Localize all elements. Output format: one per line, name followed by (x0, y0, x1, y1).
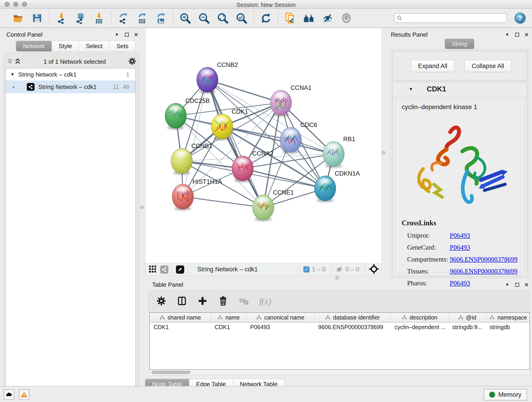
help-icon[interactable]: ? (515, 13, 526, 24)
collapse-triangle-icon[interactable]: ▼ (409, 87, 413, 92)
column-header-description[interactable]: description (391, 313, 449, 322)
close-panel-icon[interactable]: ✕ (524, 32, 529, 38)
grid-view-icon[interactable] (148, 265, 157, 274)
first-neighbors-icon[interactable] (303, 12, 315, 24)
table-cell[interactable]: CDK1 (150, 322, 211, 332)
table-cell[interactable]: P06493 (247, 322, 315, 332)
export-image-icon[interactable] (155, 12, 167, 24)
table-cell[interactable]: stringdb (486, 322, 530, 332)
collapse-all-button[interactable]: Collapse All (465, 60, 511, 72)
collapse-triangle-icon[interactable]: ▼ (10, 72, 15, 77)
panel-menu-icon[interactable]: ▼ (505, 32, 509, 37)
column-header-shared-name[interactable]: shared name (150, 313, 211, 322)
refresh-view-icon[interactable] (260, 12, 272, 24)
network-node-CCNA2[interactable] (232, 156, 253, 182)
column-header-canonical-name[interactable]: canonical name (247, 313, 315, 322)
table-cell[interactable]: CDK1 (211, 322, 247, 332)
column-header-namespace[interactable]: namespace (486, 313, 530, 322)
table-cell[interactable]: cyclin–dependent ... (391, 322, 449, 332)
tab-string[interactable]: String (445, 38, 475, 49)
network-options-gear-icon[interactable] (128, 57, 137, 66)
table-cell[interactable]: 9606.ENSP00000378699 (315, 322, 391, 332)
crosslink-link[interactable]: 9606.ENSP00000378699 (450, 268, 518, 275)
preview-eye-icon[interactable] (341, 12, 352, 24)
import-table-from-file-icon[interactable] (93, 12, 105, 24)
zoom-fit-content-icon[interactable] (217, 12, 229, 24)
panel-menu-icon[interactable]: ▼ (505, 282, 509, 287)
panel-menu-icon[interactable]: ▼ (115, 32, 119, 37)
network-edge[interactable] (207, 80, 263, 207)
network-edge[interactable] (183, 197, 263, 207)
crosslink-link[interactable]: 9606.ENSP00000378699 (450, 255, 518, 263)
table-cell[interactable]: stringdb:9... (449, 322, 486, 332)
clone-network-icon[interactable] (284, 12, 296, 24)
scrollbar-thumb[interactable] (152, 370, 190, 374)
selected-node-edge-counts: 1 – 0 (312, 266, 326, 273)
expand-all-networks-icon[interactable] (14, 57, 22, 66)
zoom-out-icon[interactable] (198, 12, 210, 24)
save-session-icon[interactable] (31, 12, 43, 24)
warning-status-icon[interactable] (19, 389, 29, 400)
tab-select[interactable]: Select (79, 41, 109, 51)
network-label: String Network – cdk1 (38, 83, 96, 90)
column-header-database-identifier[interactable]: database identifier (315, 313, 391, 322)
close-panel-icon[interactable]: ✕ (524, 282, 529, 288)
network-node-CCNB1[interactable] (171, 148, 192, 175)
crosslink-link[interactable]: P06493 (450, 232, 470, 239)
float-panel-icon[interactable] (515, 33, 519, 37)
birdseye-view-icon[interactable] (369, 264, 379, 275)
create-column-icon[interactable] (197, 296, 208, 307)
network-view-canvas[interactable]: CCNB2CCNA1CDC25BCDK1CDC6RB1CCNB1CCNA2CDK… (145, 28, 382, 263)
close-panel-icon[interactable]: ✕ (134, 32, 138, 38)
table-horizontal-scrollbar[interactable] (149, 370, 530, 375)
zoom-selected-icon[interactable] (235, 12, 247, 24)
open-session-icon[interactable] (12, 12, 24, 24)
zoom-in-icon[interactable] (179, 12, 191, 24)
float-panel-icon[interactable] (125, 33, 129, 37)
crosslink-link[interactable]: P06493 (450, 244, 470, 251)
toolbar-separator (188, 265, 188, 274)
import-network-from-database-icon[interactable] (74, 12, 86, 24)
export-table-icon[interactable] (136, 12, 148, 24)
current-network-name: String Network – cdk1 (197, 266, 258, 273)
node-label-CDKN1A: CDKN1A (335, 170, 360, 177)
expand-all-button[interactable]: Expand All (411, 60, 455, 72)
network-node-HIST1H1A[interactable] (172, 184, 194, 211)
network-node-CDC25B[interactable] (165, 103, 186, 130)
node-table[interactable]: shared namenamecanonical namedatabase id… (149, 313, 530, 370)
show-columns-icon[interactable] (177, 296, 187, 307)
cloud-status-icon[interactable] (4, 389, 14, 400)
collapse-all-networks-icon[interactable] (6, 57, 14, 66)
table-options-gear-icon[interactable] (156, 296, 167, 307)
network-node-CCNB2[interactable] (196, 67, 218, 94)
network-edge[interactable] (207, 80, 281, 103)
import-network-from-file-icon[interactable] (56, 12, 67, 24)
selected-items-checkbox-icon[interactable]: ✓ (303, 266, 310, 273)
gene-section-header[interactable]: ▼ CDK1 (393, 82, 527, 96)
network-collection-row[interactable]: ▼ String Network – cdk1 1 (6, 69, 135, 80)
network-row[interactable]: ● String Network – cdk1 11 48 (6, 80, 135, 93)
toolbar-separator (365, 265, 365, 274)
network-node-RB1[interactable] (323, 141, 344, 168)
column-header--id[interactable]: @id (449, 313, 486, 322)
right-splitter-handle[interactable] (382, 151, 385, 154)
network-view-type-icon[interactable] (160, 265, 168, 274)
column-header-name[interactable]: name (211, 313, 247, 322)
export-network-icon[interactable] (117, 12, 129, 24)
tab-network[interactable]: Network (16, 41, 52, 51)
tab-style[interactable]: Style (51, 41, 79, 51)
network-node-CCNA1[interactable] (270, 90, 292, 117)
detach-view-icon[interactable] (176, 265, 184, 274)
search-input[interactable] (404, 15, 504, 21)
show-hide-graphics-icon[interactable] (322, 12, 334, 24)
network-selected-label: 1 of 1 Network selected (22, 58, 128, 65)
network-node-CDKN1A[interactable] (314, 176, 336, 202)
tab-sets[interactable]: Sets (109, 41, 135, 51)
table-row[interactable]: CDK1CDK1P064939606.ENSP00000378699cyclin… (150, 322, 530, 332)
memory-status-button[interactable]: Memory (484, 389, 527, 400)
delete-columns-icon[interactable] (218, 296, 228, 307)
network-node-CCNE1[interactable] (253, 195, 274, 221)
left-splitter-handle[interactable] (140, 206, 144, 209)
string-network-graph[interactable]: CCNB2CCNA1CDC25BCDK1CDC6RB1CCNB1CCNA2CDK… (146, 28, 382, 263)
float-panel-icon[interactable] (515, 283, 519, 287)
